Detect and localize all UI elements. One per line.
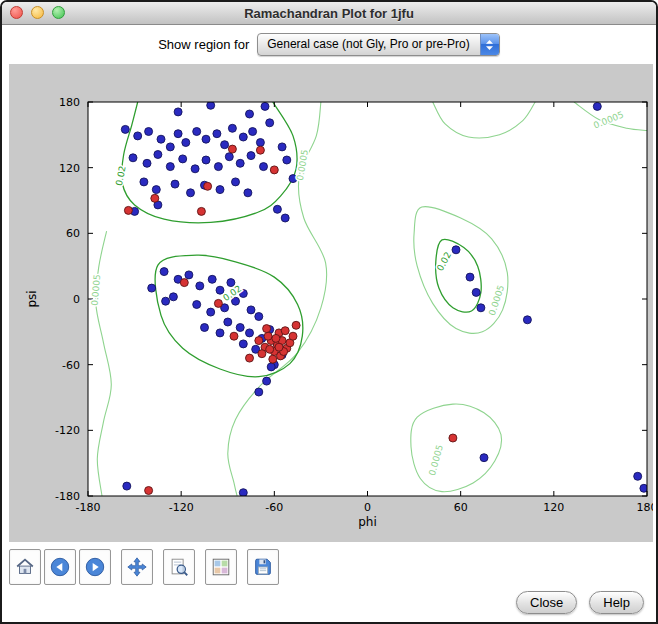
svg-text:120: 120 [59, 162, 80, 175]
dropdown-arrows-icon [480, 34, 499, 55]
region-dropdown[interactable]: General case (not Gly, Pro or pre-Pro) [257, 33, 500, 56]
region-dropdown-value: General case (not Gly, Pro or pre-Pro) [258, 34, 480, 55]
minimize-window-button[interactable] [31, 6, 44, 19]
title-bar: Ramachandran Plot for 1jfu [2, 2, 656, 25]
forward-button[interactable] [79, 549, 111, 585]
close-window-button[interactable] [10, 6, 23, 19]
svg-text:120: 120 [543, 501, 564, 514]
svg-text:0: 0 [73, 293, 80, 306]
zoom-window-button[interactable] [52, 6, 65, 19]
pan-button[interactable] [121, 549, 153, 585]
window-controls [10, 6, 65, 19]
svg-text:-60: -60 [62, 359, 80, 372]
save-button[interactable] [247, 549, 279, 585]
back-arrow-icon [49, 556, 71, 578]
help-button[interactable]: Help [589, 591, 644, 614]
svg-text:60: 60 [454, 501, 468, 514]
svg-text:-60: -60 [265, 501, 283, 514]
pan-arrows-icon [126, 556, 148, 578]
ramachandran-plot-canvas[interactable]: -180-120-60060120180-180-120-60060120180… [9, 64, 653, 542]
region-controls: Show region for General case (not Gly, P… [2, 25, 656, 64]
subplots-grid-icon [210, 556, 232, 578]
home-button[interactable] [9, 549, 41, 585]
svg-text:180: 180 [637, 501, 654, 514]
svg-text:-120: -120 [55, 424, 80, 437]
forward-arrow-icon [84, 556, 106, 578]
region-label: Show region for [158, 37, 249, 52]
window-title: Ramachandran Plot for 1jfu [244, 6, 414, 21]
svg-text:60: 60 [66, 227, 80, 240]
zoom-to-rect-icon [168, 556, 190, 578]
configure-subplots-button[interactable] [205, 549, 237, 585]
save-floppy-icon [252, 556, 274, 578]
close-button[interactable]: Close [516, 591, 577, 614]
app-window: Ramachandran Plot for 1jfu Show region f… [0, 0, 658, 624]
svg-text:-180: -180 [55, 490, 80, 503]
svg-text:-120: -120 [169, 501, 194, 514]
svg-text:phi: phi [358, 515, 377, 529]
ramachandran-plot: -180-120-60060120180-180-120-60060120180… [9, 64, 653, 542]
home-icon [14, 556, 36, 578]
back-button[interactable] [44, 549, 76, 585]
zoom-to-rect-button[interactable] [163, 549, 195, 585]
plot-toolbar [9, 549, 282, 585]
svg-text:psi: psi [25, 290, 39, 307]
dialog-footer: Close Help [516, 591, 644, 614]
svg-text:0: 0 [364, 501, 371, 514]
svg-text:180: 180 [59, 96, 80, 109]
